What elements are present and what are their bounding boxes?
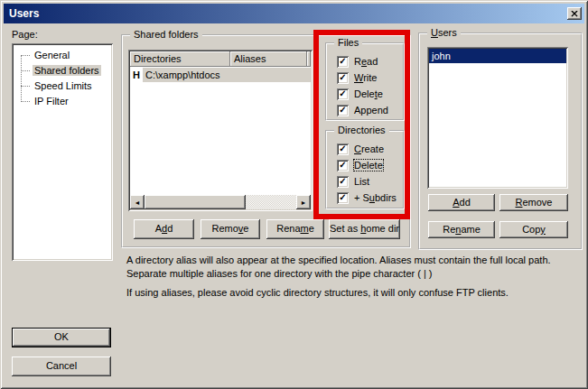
files-group: Files ✓ Read ✓ Write ✓ Delete ✓ Append bbox=[325, 42, 405, 121]
close-button[interactable] bbox=[567, 7, 582, 20]
check-icon: ✓ bbox=[337, 160, 349, 171]
scroll-right-icon: ► bbox=[301, 199, 307, 206]
horizontal-scrollbar[interactable]: ◄ ► bbox=[130, 195, 311, 209]
column-header-filler bbox=[307, 51, 311, 67]
shared-folders-group-label: Shared folders bbox=[130, 29, 202, 40]
scrollbar-thumb[interactable] bbox=[145, 195, 246, 209]
append-checkbox[interactable]: ✓ bbox=[337, 105, 349, 116]
append-label: Append bbox=[354, 105, 388, 116]
sidebar-item-shared-folders[interactable]: Shared folders bbox=[12, 63, 113, 79]
checkbox-list[interactable]: ✓ List bbox=[337, 175, 369, 188]
write-checkbox[interactable]: ✓ bbox=[337, 72, 349, 84]
column-header-aliases[interactable]: Aliases bbox=[230, 51, 307, 67]
sidebar-item-general[interactable]: General bbox=[12, 48, 113, 63]
title-bar: Users bbox=[4, 4, 584, 23]
check-icon: ✓ bbox=[337, 88, 349, 99]
sidebar-item-ip-filter[interactable]: IP Filter bbox=[12, 94, 113, 109]
delete-files-checkbox[interactable]: ✓ bbox=[337, 88, 349, 100]
home-flag: H bbox=[130, 68, 143, 82]
users-group-label: Users bbox=[427, 27, 461, 38]
create-label: Create bbox=[354, 144, 384, 154]
check-icon: ✓ bbox=[337, 72, 349, 83]
table-header: Directories Aliases bbox=[130, 51, 311, 67]
scroll-left-icon: ◄ bbox=[135, 199, 141, 206]
copy-user-button[interactable]: Copy bbox=[499, 221, 568, 238]
delete-dirs-checkbox[interactable]: ✓ bbox=[337, 160, 349, 171]
table-row[interactable]: H C:\xampp\htdocs bbox=[130, 68, 311, 82]
scroll-left-button[interactable]: ◄ bbox=[130, 195, 145, 209]
checkbox-create[interactable]: ✓ Create bbox=[337, 143, 384, 155]
list-item-john[interactable]: john bbox=[429, 49, 566, 63]
create-checkbox[interactable]: ✓ bbox=[337, 144, 349, 155]
delete-files-label: Delete bbox=[354, 88, 383, 99]
column-header-directories[interactable]: Directories bbox=[130, 51, 230, 67]
users-list[interactable]: john bbox=[427, 47, 568, 189]
sidebar-item-speed-limits[interactable]: Speed Limits bbox=[12, 79, 113, 94]
cyclic-note: If using aliases, please avoid cyclic di… bbox=[126, 286, 588, 300]
set-as-home-dir-button[interactable]: Set as home dir bbox=[329, 219, 400, 239]
add-directory-button[interactable]: Add bbox=[134, 219, 194, 239]
ok-button[interactable]: OK bbox=[12, 328, 111, 347]
remove-user-button[interactable]: Remove bbox=[499, 194, 568, 211]
remove-directory-button[interactable]: Remove bbox=[201, 219, 260, 239]
directories-table-inner: Directories Aliases H C:\xampp\htdocs ◄ … bbox=[130, 51, 311, 209]
list-label: List bbox=[354, 176, 369, 187]
rename-directory-button[interactable]: Rename bbox=[266, 219, 324, 239]
alias-note: A directory alias will also appear at th… bbox=[126, 254, 588, 281]
add-user-button[interactable]: Add bbox=[428, 194, 495, 211]
directory-cell: C:\xampp\htdocs bbox=[143, 68, 311, 82]
checkbox-read[interactable]: ✓ Read bbox=[337, 55, 378, 68]
directories-table[interactable]: Directories Aliases H C:\xampp\htdocs ◄ … bbox=[128, 50, 313, 211]
page-label: Page: bbox=[12, 29, 38, 40]
read-checkbox[interactable]: ✓ bbox=[337, 56, 349, 68]
read-label: Read bbox=[354, 56, 378, 67]
checkbox-write[interactable]: ✓ Write bbox=[337, 71, 377, 84]
scroll-right-button[interactable]: ► bbox=[296, 195, 311, 209]
rename-user-button[interactable]: Rename bbox=[428, 221, 495, 238]
window-title: Users bbox=[4, 7, 39, 20]
page-list[interactable]: General Shared folders Speed Limits IP F… bbox=[12, 43, 113, 261]
checkbox-delete-files[interactable]: ✓ Delete bbox=[337, 88, 383, 100]
delete-dirs-label: Delete bbox=[354, 160, 383, 171]
directories-group: Directories ✓ Create ✓ Delete ✓ List ✓ +… bbox=[325, 130, 405, 209]
directories-group-label: Directories bbox=[334, 125, 389, 135]
checkbox-subdirs[interactable]: ✓ + Subdirs bbox=[337, 191, 397, 204]
subdirs-label: + Subdirs bbox=[354, 192, 397, 203]
subdirs-checkbox[interactable]: ✓ bbox=[337, 192, 349, 204]
check-icon: ✓ bbox=[337, 105, 349, 116]
write-label: Write bbox=[354, 72, 377, 83]
list-checkbox[interactable]: ✓ bbox=[337, 176, 349, 188]
checkbox-append[interactable]: ✓ Append bbox=[337, 104, 388, 116]
check-icon: ✓ bbox=[337, 176, 349, 187]
check-icon: ✓ bbox=[337, 144, 349, 154]
files-group-label: Files bbox=[334, 37, 362, 48]
checkbox-delete-dirs[interactable]: ✓ Delete bbox=[337, 159, 383, 171]
check-icon: ✓ bbox=[337, 56, 349, 67]
close-icon bbox=[571, 11, 578, 17]
cancel-button[interactable]: Cancel bbox=[12, 357, 111, 376]
check-icon: ✓ bbox=[337, 192, 349, 203]
users-dialog: Users Page: General Shared folders Speed… bbox=[0, 0, 588, 389]
